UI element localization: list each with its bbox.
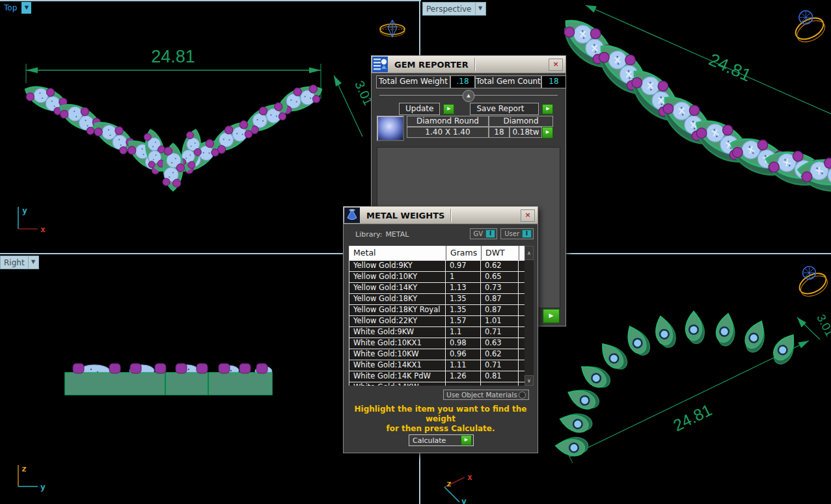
user-toggle[interactable]: User I [500,228,534,239]
scroll-down-icon[interactable]: ∨ [524,375,534,386]
gem-list: Diamond Round Diamond 1.40 X 1.40 18 0.1… [377,116,553,141]
gv-indicator[interactable]: I [485,230,495,238]
gem-reporter-titlebar[interactable]: GEM REPORTER × [372,56,565,73]
chevron-down-icon[interactable]: ▼ [28,256,38,269]
metal-cell: Yellow Gold:18KY Royal [349,305,446,315]
ring-object-icon[interactable] [796,267,830,300]
total-gem-count-value: 18 [541,75,566,88]
scroll-up-icon[interactable]: ∧ [524,246,534,260]
viewport-label-top[interactable]: Top ▼ [1,1,31,14]
metal-cell: 0.62 [481,349,519,360]
necklace-perspective-view[interactable] [554,10,831,194]
collapse-up-icon[interactable]: ▲ [463,90,475,102]
axis-indicator-right: z y [18,464,46,492]
metal-row[interactable]: White Gold:14K PdW1.260.81 [349,371,525,382]
metal-cell: 1.1 [446,327,481,338]
gem-type-cell[interactable]: Diamond Round [407,116,489,127]
metal-cell: 0.96 [446,349,481,360]
metal-cell: Yellow Gold:10KY [349,272,446,282]
metal-cell: 0.71 [481,360,519,371]
chevron-down-icon[interactable]: ▼ [475,3,485,15]
column-header-metal[interactable]: Metal [349,246,446,260]
dimension-br-height: 3.01 [797,312,831,339]
ring-object-icon[interactable] [792,10,828,46]
viewport-label-top-text: Top [1,3,20,12]
metal-cell: 0.97 [446,261,481,271]
metal-cell: 0.98 [446,338,481,349]
viewport-label-perspective[interactable]: Perspective ▼ [422,2,486,16]
metal-cell: White Gold:14KX1 [349,360,446,371]
save-report-button[interactable]: Save Report [470,103,539,115]
metal-cell [446,382,481,386]
metal-row[interactable]: White Gold:10KX10.980.63 [349,338,525,349]
metal-cell: 1.57 [446,316,481,326]
metal-row[interactable]: Yellow Gold:10KY10.65 [349,272,525,283]
total-gem-weight-label: Total Gem Weight [376,75,450,88]
metal-table-scrollbar[interactable]: ∧ ∨ [524,246,534,386]
radio-icon[interactable] [519,391,526,399]
total-gem-count-label: Total Gem Count [475,75,541,88]
viewport-top-border [0,0,421,1]
metal-row[interactable]: Yellow Gold:14KY1.130.73 [349,283,525,294]
metal-cell: 0.81 [481,371,519,382]
metal-cell: 0.65 [481,272,519,282]
reporter-next-icon[interactable]: ▶ [543,309,560,323]
metal-weights-icon [344,207,361,224]
necklace-arc-view[interactable] [555,312,802,457]
use-object-materials-button[interactable]: Use Object Materials [443,390,529,400]
scrollbar-track[interactable] [524,260,534,375]
metal-cell: 1.13 [446,283,481,293]
gem-weight-cell[interactable]: 0.18tw [510,127,542,138]
chevron-down-icon[interactable]: ▼ [21,2,31,14]
gem-count-cell[interactable]: 18 [489,127,510,138]
metal-table-rows: Yellow Gold:9KY0.970.62Yellow Gold:10KY1… [349,260,525,386]
metal-row-partial[interactable]: White Gold:14KW [349,382,525,386]
metal-table-header: Metal Grams DWT [349,246,534,260]
axis-indicator-br: x z y [444,472,472,504]
column-header-grams[interactable]: Grams [446,246,481,260]
metal-weights-titlebar[interactable]: METAL WEIGHTS × [344,207,538,224]
metal-row[interactable]: Yellow Gold:22KY1.571.01 [349,316,525,327]
metal-cell [481,382,519,386]
gem-size-cell[interactable]: 1.40 X 1.40 [407,127,489,138]
gem-reporter-icon [372,56,388,73]
metal-cell: White Gold:14KW [349,382,446,386]
calculate-go-icon[interactable]: ▶ [461,435,472,445]
metal-row[interactable]: White Gold:14KX11.110.71 [349,360,525,371]
instruction-text: Highlight the item you want to find the … [344,405,538,434]
metal-row[interactable]: Yellow Gold:18KY1.350.87 [349,294,525,305]
metal-cell: 0.87 [481,294,519,304]
gem-totals-bar: Total Gem Weight .18 Total Gem Count 18 [376,75,566,88]
column-header-dwt[interactable]: DWT [481,246,519,260]
svg-text:24.81: 24.81 [151,47,195,66]
necklace-side-view[interactable] [65,364,272,395]
metal-row[interactable]: Yellow Gold:18KY Royal1.350.87 [349,305,525,316]
metal-cell: 1.35 [446,305,481,315]
metal-cell: White Gold:9KW [349,327,446,338]
gv-toggle[interactable]: GV I [470,228,498,239]
gem-thumbnail[interactable] [377,116,404,141]
library-row: Library: METAL [355,230,409,239]
calculate-label: Calculate [413,436,446,445]
user-indicator[interactable]: I [522,230,532,238]
viewport-label-right[interactable]: Right ▼ [0,256,39,269]
axis-indicator-top: y x [18,206,46,234]
calculate-button[interactable]: Calculate ▶ [409,434,474,446]
close-icon[interactable]: × [521,209,535,222]
necklace-top-view[interactable] [21,79,325,191]
dimension-top-height: 3.01 [334,75,376,137]
gem-material-cell[interactable]: Diamond [489,116,553,127]
gem-reporter-title: GEM REPORTER [388,60,474,70]
save-report-go-icon[interactable]: ▶ [542,104,553,114]
metal-row[interactable]: White Gold:10KW0.960.62 [349,349,525,360]
svg-text:z: z [446,479,452,488]
metal-cell: 0.73 [481,283,519,293]
titlebar-separator [474,58,475,71]
update-go-icon[interactable]: ▶ [443,104,454,114]
metal-row[interactable]: Yellow Gold:9KY0.970.62 [349,261,525,272]
update-button[interactable]: Update [399,103,440,115]
gem-row-go-icon[interactable]: ▶ [542,127,553,139]
ring-object-icon[interactable] [380,20,405,37]
metal-row[interactable]: White Gold:9KW1.10.71 [349,327,525,338]
close-icon[interactable]: × [549,59,563,71]
